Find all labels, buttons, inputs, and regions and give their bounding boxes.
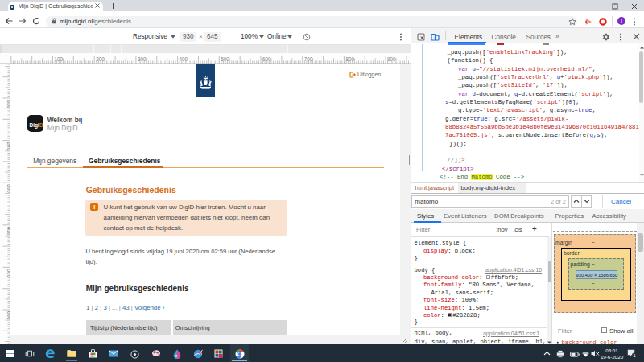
svg-text:800: 800 xyxy=(345,56,354,62)
svg-text:1: 1 xyxy=(633,352,635,357)
svg-text:900: 900 xyxy=(387,56,396,62)
svg-text:600: 600 xyxy=(262,56,271,62)
svg-text:700: 700 xyxy=(304,56,313,62)
svg-text:300: 300 xyxy=(138,56,147,62)
svg-text:100: 100 xyxy=(55,56,64,62)
svg-text:400: 400 xyxy=(180,56,188,62)
svg-text:200: 200 xyxy=(96,56,105,62)
svg-text:500: 500 xyxy=(221,56,229,62)
